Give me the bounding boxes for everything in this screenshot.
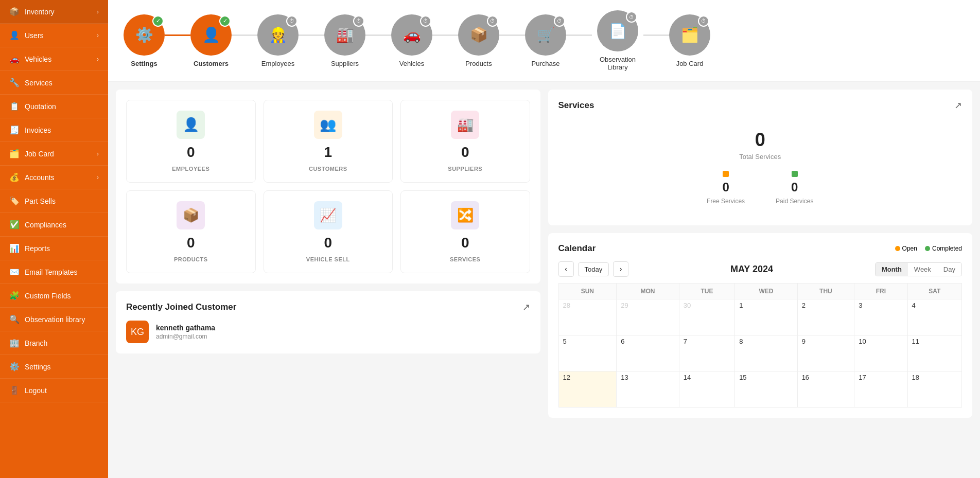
stat-icon-employees: 👤 <box>177 111 205 139</box>
cal-day-6: 6 <box>617 335 679 371</box>
step-label-suppliers: Suppliers <box>331 60 359 67</box>
stat-card-services[interactable]: 🔀 0 SERVICES <box>400 190 530 273</box>
step-item-purchase[interactable]: 🛒 ⏱ Purchase <box>525 14 566 67</box>
sidebar-item-left: ✉️ Email Templates <box>9 267 77 277</box>
sidebar-item-quotation[interactable]: 📋 Quotation <box>0 95 108 118</box>
step-item-employees[interactable]: 👷 ⏱ Employees <box>257 14 299 67</box>
step-label-job-card: Job Card <box>676 60 704 67</box>
cal-day-num-11: 11 <box>912 338 919 345</box>
sidebar-icon-inventory: 📦 <box>9 7 20 16</box>
step-timer-suppliers: ⏱ <box>353 15 364 27</box>
stat-icon-products: 📦 <box>177 201 205 229</box>
sidebar-item-users[interactable]: 👤 Users › <box>0 24 108 47</box>
step-item-observation-library[interactable]: 📄 ⏱ Observation Library <box>592 10 643 71</box>
step-icon-employees: 👷 <box>269 26 287 43</box>
step-circle-purchase[interactable]: 🛒 ⏱ <box>525 14 566 56</box>
step-circle-observation-library[interactable]: 📄 ⏱ <box>597 10 638 51</box>
stat-icon-suppliers: 🏭 <box>451 111 479 139</box>
cal-day-num-4: 4 <box>912 302 916 309</box>
sidebar-item-left: ✅ Compliances <box>9 220 66 229</box>
cal-day-18: 18 <box>907 371 961 408</box>
stat-number-services: 0 <box>461 235 469 251</box>
sidebar-item-left: ⚙️ Settings <box>9 362 51 371</box>
stat-card-employees[interactable]: 👤 0 EMPLOYEES <box>126 100 256 183</box>
sidebar-item-observation-library[interactable]: 🔍 Observation library <box>0 308 108 331</box>
step-circle-employees[interactable]: 👷 ⏱ <box>257 14 299 56</box>
step-item-settings[interactable]: ⚙️ ✓ Settings <box>124 14 165 67</box>
stat-card-vehicle-sell[interactable]: 📈 0 VEHICLE SELL <box>264 190 393 273</box>
calendar-body: 282930123456789101112131415161718 <box>558 299 962 408</box>
step-circle-job-card[interactable]: 🗂️ ⏱ <box>669 14 710 56</box>
sidebar-item-accounts[interactable]: 💰 Accounts › <box>0 166 108 189</box>
step-circle-vehicles[interactable]: 🚗 ⏱ <box>391 14 432 56</box>
sidebar-item-custom-fields[interactable]: 🧩 Custom Fields <box>0 284 108 308</box>
services-link[interactable]: ↗ <box>954 100 962 111</box>
step-item-customers[interactable]: 👤 ✓ Customers <box>190 14 232 67</box>
calendar-nav-row: ‹ Today › MAY 2024 Month Week Day <box>558 261 962 277</box>
step-item-suppliers[interactable]: 🏭 ⏱ Suppliers <box>324 14 365 67</box>
step-label-employees: Employees <box>261 60 294 67</box>
step-item-products[interactable]: 📦 ⏱ Products <box>458 14 499 67</box>
sidebar-item-vehicles[interactable]: 🚗 Vehicles › <box>0 47 108 71</box>
stat-icon-customers: 👥 <box>314 111 342 139</box>
calendar-thead: SUNMONTUEWEDTHUFRISAT <box>558 284 962 299</box>
sidebar-item-left: 👤 Users <box>9 30 44 40</box>
sidebar-icon-compliances: ✅ <box>9 220 20 229</box>
step-item-vehicles[interactable]: 🚗 ⏱ Vehicles <box>391 14 432 67</box>
sidebar-item-branch[interactable]: 🏢 Branch <box>0 331 108 355</box>
step-circle-customers[interactable]: 👤 ✓ <box>190 14 232 56</box>
sidebar-item-reports[interactable]: 📊 Reports <box>0 237 108 260</box>
free-services: 0 Free Services <box>707 171 745 205</box>
sidebar-item-part-sells[interactable]: 🏷️ Part Sells <box>0 189 108 213</box>
sidebar-item-left: 🏷️ Part Sells <box>9 196 56 206</box>
stat-card-products[interactable]: 📦 0 PRODUCTS <box>126 190 256 273</box>
stat-card-customers[interactable]: 👥 1 CUSTOMERS <box>264 100 393 183</box>
sidebar-item-settings[interactable]: ⚙️ Settings <box>0 355 108 379</box>
sidebar-item-email-templates[interactable]: ✉️ Email Templates <box>0 260 108 284</box>
step-circle-suppliers[interactable]: 🏭 ⏱ <box>324 14 365 56</box>
step-timer-vehicles: ⏱ <box>420 15 431 27</box>
stat-card-suppliers[interactable]: 🏭 0 SUPPLIERS <box>400 100 530 183</box>
sidebar-item-services[interactable]: 🔧 Services <box>0 71 108 95</box>
step-icon-job-card: 🗂️ <box>681 26 699 43</box>
step-circle-products[interactable]: 📦 ⏱ <box>458 14 499 56</box>
recently-joined-link[interactable]: ↗ <box>522 302 530 313</box>
sidebar-icon-observation-library: 🔍 <box>9 314 20 324</box>
stat-number-vehicle sell: 0 <box>324 235 332 251</box>
sidebar-label-quotation: Quotation <box>25 102 56 111</box>
sidebar-item-left: 🧩 Custom Fields <box>9 291 71 300</box>
step-label-vehicles: Vehicles <box>399 60 424 67</box>
step-item-job-card[interactable]: 🗂️ ⏱ Job Card <box>669 14 710 67</box>
cal-dow-thu: THU <box>797 284 854 299</box>
sidebar-item-inventory[interactable]: 📦 Inventory › <box>0 0 108 24</box>
cal-day-12: 12 <box>558 371 617 408</box>
calendar-day-view-button[interactable]: Day <box>937 263 961 276</box>
stat-number-suppliers: 0 <box>461 144 469 161</box>
step-circle-settings[interactable]: ⚙️ ✓ <box>124 14 165 56</box>
sidebar-item-invoices[interactable]: 🧾 Invoices <box>0 118 108 142</box>
customer-info: kenneth gathama admin@gmail.com <box>156 324 215 340</box>
cal-dow-wed: WED <box>735 284 798 299</box>
sidebar-item-job-card[interactable]: 🗂️ Job Card › <box>0 142 108 166</box>
sidebar-item-left: 🧾 Invoices <box>9 125 51 135</box>
sidebar-label-observation-library: Observation library <box>25 315 85 324</box>
stat-label-vehicle sell: VEHICLE SELL <box>306 256 350 262</box>
cal-day-16: 16 <box>797 371 854 408</box>
sidebar-item-logout[interactable]: 🚪 Logout <box>0 379 108 402</box>
cal-day-30: 30 <box>679 299 734 335</box>
calendar-today-button[interactable]: Today <box>578 262 609 276</box>
cal-day-14: 14 <box>679 371 734 408</box>
stat-label-customers: CUSTOMERS <box>309 166 347 172</box>
sidebar-item-compliances[interactable]: ✅ Compliances <box>0 213 108 237</box>
cal-dow-sat: SAT <box>907 284 961 299</box>
calendar-next-button[interactable]: › <box>613 261 628 277</box>
cal-day-5: 5 <box>558 335 617 371</box>
paid-services-dot <box>792 171 798 177</box>
calendar-week-view-button[interactable]: Week <box>908 263 937 276</box>
calendar-month-view-button[interactable]: Month <box>876 263 908 276</box>
total-services-number: 0 <box>755 129 765 151</box>
calendar-prev-button[interactable]: ‹ <box>558 261 574 277</box>
cal-week-1: 567891011 <box>558 335 962 371</box>
cal-day-10: 10 <box>854 335 907 371</box>
cal-day-num-10: 10 <box>859 338 866 345</box>
